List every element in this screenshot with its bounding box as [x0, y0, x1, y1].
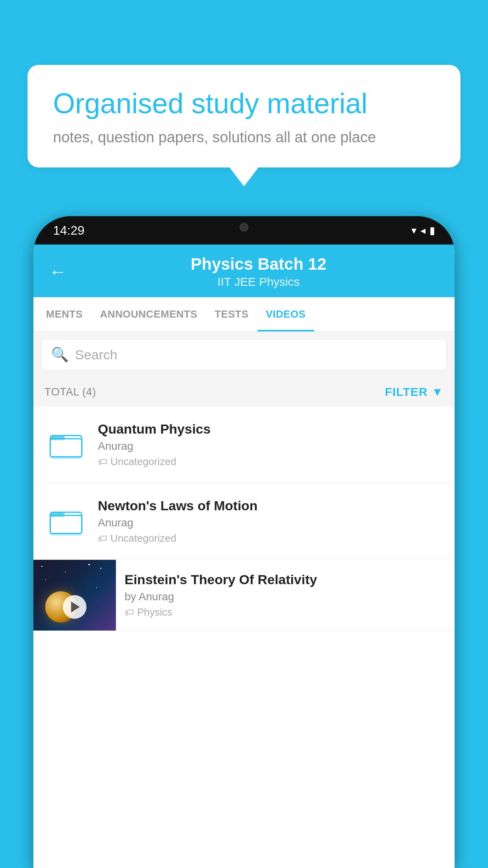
phone-screen: ← Physics Batch 12 IIT JEE Physics MENTS…: [33, 245, 455, 868]
back-button[interactable]: ←: [49, 262, 66, 281]
app-header: ← Physics Batch 12 IIT JEE Physics: [33, 245, 455, 297]
folder-icon: [48, 427, 84, 462]
video-tag-einstein: Physics: [137, 606, 172, 618]
tag-icon-newton: 🏷: [98, 533, 107, 544]
video-author-quantum: Anurag: [98, 440, 444, 452]
svg-rect-7: [50, 512, 65, 517]
header-title: Physics Batch 12: [78, 255, 439, 274]
video-tag-row-einstein: 🏷 Physics: [125, 606, 446, 618]
play-button[interactable]: [63, 595, 86, 619]
video-title-einstein: Einstein's Theory Of Relativity: [125, 572, 446, 587]
video-thumbnail-einstein: [33, 560, 116, 631]
tabs-bar: MENTS ANNOUNCEMENTS TESTS VIDEOS: [33, 297, 455, 332]
video-tag-newton: Uncategorized: [110, 532, 176, 544]
folder-icon-newton: [48, 504, 84, 539]
video-title-newton: Newton's Laws of Motion: [98, 498, 444, 513]
video-tag-row-newton: 🏷 Uncategorized: [98, 532, 444, 544]
play-triangle-icon: [71, 601, 80, 612]
video-author-newton: Anurag: [98, 517, 444, 529]
phone-notch: [209, 216, 279, 238]
video-tag-quantum: Uncategorized: [110, 456, 176, 468]
video-info-einstein: Einstein's Theory Of Relativity by Anura…: [116, 560, 455, 630]
video-thumb-quantum: [44, 423, 88, 466]
speech-bubble: Organised study material notes, question…: [28, 65, 460, 167]
filter-button[interactable]: FILTER ▼: [385, 385, 444, 399]
bubble-subtitle: notes, question papers, solutions all at…: [53, 129, 435, 146]
phone-status-icons: ▾ ◂ ▮: [411, 224, 435, 237]
svg-rect-3: [50, 436, 65, 440]
tag-icon-einstein: 🏷: [125, 607, 134, 618]
video-title-quantum: Quantum Physics: [98, 421, 444, 437]
video-info-quantum: Quantum Physics Anurag 🏷 Uncategorized: [98, 421, 444, 468]
filter-label: FILTER: [385, 385, 428, 399]
phone-time: 14:29: [53, 223, 84, 238]
header-title-block: Physics Batch 12 IIT JEE Physics: [78, 255, 439, 289]
svg-rect-2: [50, 439, 82, 457]
video-item-quantum[interactable]: Quantum Physics Anurag 🏷 Uncategorized: [33, 406, 455, 483]
search-icon: 🔍: [51, 346, 69, 363]
phone-frame: 14:29 ▾ ◂ ▮ ← Physics Batch 12 IIT JEE P…: [33, 216, 455, 868]
search-bar-container: 🔍 Search: [33, 332, 455, 377]
filter-funnel-icon: ▼: [431, 385, 444, 399]
search-placeholder: Search: [75, 347, 117, 362]
svg-rect-6: [50, 515, 82, 533]
bubble-title: Organised study material: [53, 86, 435, 120]
tab-tests[interactable]: TESTS: [206, 297, 257, 331]
tab-videos[interactable]: VIDEOS: [257, 297, 314, 331]
wifi-icon: ▾: [411, 224, 416, 237]
phone-top-bar: 14:29 ▾ ◂ ▮: [33, 216, 455, 245]
header-subtitle: IIT JEE Physics: [78, 275, 439, 289]
total-count: TOTAL (4): [44, 386, 96, 398]
video-tag-row-quantum: 🏷 Uncategorized: [98, 456, 444, 468]
tag-icon-quantum: 🏷: [98, 456, 107, 467]
filter-bar: TOTAL (4) FILTER ▼: [33, 377, 455, 406]
tab-announcements[interactable]: ANNOUNCEMENTS: [92, 297, 206, 331]
phone-camera: [240, 223, 248, 232]
video-item-einstein[interactable]: Einstein's Theory Of Relativity by Anura…: [33, 560, 455, 631]
tab-ments[interactable]: MENTS: [37, 297, 92, 331]
video-author-einstein: by Anurag: [125, 590, 446, 603]
video-list: Quantum Physics Anurag 🏷 Uncategorized: [33, 406, 455, 631]
video-item-newton[interactable]: Newton's Laws of Motion Anurag 🏷 Uncateg…: [33, 483, 455, 560]
battery-icon: ▮: [429, 224, 435, 237]
signal-icon: ◂: [420, 224, 426, 237]
video-info-newton: Newton's Laws of Motion Anurag 🏷 Uncateg…: [98, 498, 444, 544]
search-bar[interactable]: 🔍 Search: [41, 339, 447, 370]
video-thumb-newton: [44, 500, 88, 543]
